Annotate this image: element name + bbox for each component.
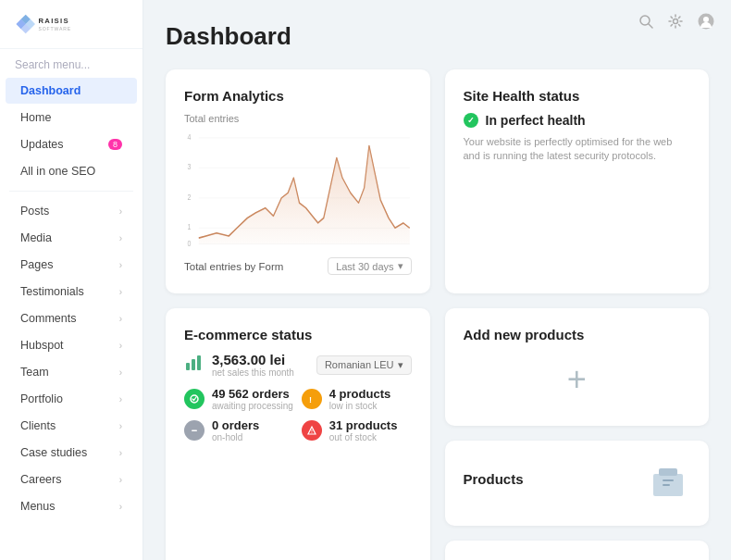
svg-text:RAISIS: RAISIS [38, 17, 68, 25]
svg-rect-29 [186, 363, 190, 370]
chevron-right-icon: › [119, 260, 122, 270]
chevron-right-icon: › [119, 502, 122, 512]
chevron-right-icon: › [119, 206, 122, 217]
sidebar-item-menus[interactable]: Menus › [6, 493, 137, 519]
sidebar-item-dashboard[interactable]: Dashboard [6, 78, 137, 104]
svg-line-7 [649, 24, 652, 28]
sidebar-item-seo[interactable]: All in one SEO [6, 158, 137, 184]
user-icon[interactable] [698, 13, 714, 33]
onhold-label: on-hold [212, 432, 259, 442]
chart-subtitle: Total entries [184, 113, 412, 124]
updates-badge: 8 [108, 139, 122, 150]
chevron-right-icon: › [119, 233, 122, 243]
svg-rect-37 [659, 468, 677, 476]
health-description: Your website is perfectly optimised for … [464, 135, 691, 164]
comments-card[interactable]: Comments [445, 541, 710, 560]
onhold-count: 0 orders [212, 418, 259, 432]
svg-rect-34 [192, 430, 197, 432]
sidebar-item-updates[interactable]: Updates 8 [6, 131, 137, 157]
sidebar-item-team[interactable]: Team › [6, 359, 137, 385]
low-stock-count: 4 products [329, 387, 390, 401]
svg-rect-38 [663, 479, 674, 481]
search-menu[interactable]: Search menu... [0, 49, 142, 77]
ecom-sales-info: 3,563.00 lei net sales this month [212, 352, 294, 378]
main-content: Dashboard Form Analytics Total entries 4… [143, 0, 731, 560]
products-card[interactable]: Products [445, 441, 710, 526]
sidebar-nav-top: Dashboard Home Updates 8 All in one SEO [0, 77, 142, 185]
sidebar-item-careers[interactable]: Careers › [6, 467, 137, 492]
sidebar-item-posts[interactable]: Posts › [6, 198, 137, 224]
sidebar-item-case-studies[interactable]: Case studies › [6, 440, 137, 466]
search-icon[interactable] [638, 14, 653, 32]
onhold-icon [184, 420, 204, 441]
sidebar-item-media[interactable]: Media › [6, 225, 137, 251]
svg-text:3: 3 [188, 163, 192, 172]
chevron-right-icon: › [119, 475, 122, 485]
chart-area: 4 3 2 1 0 [184, 128, 412, 248]
chevron-right-icon: › [119, 287, 122, 297]
logo-svg: RAISIS SOFTWARE [15, 13, 89, 35]
health-ok-icon [464, 113, 478, 128]
sidebar-item-portfolio[interactable]: Portfolio › [6, 386, 137, 412]
out-stock-label: out of stock [329, 432, 398, 442]
sidebar-item-pages[interactable]: Pages › [6, 252, 137, 278]
chevron-right-icon: › [119, 314, 122, 324]
svg-text:4: 4 [188, 132, 192, 142]
orders-icon [184, 389, 204, 409]
chart-footer: Total entries by Form Last 30 days ▾ [184, 257, 412, 275]
out-stock-count: 31 products [329, 418, 398, 432]
chevron-right-icon: › [119, 341, 122, 351]
ecom-sales-row: 3,563.00 lei net sales this month Romani… [184, 352, 412, 378]
out-stock-icon: ! [302, 420, 322, 441]
ecom-sales-amount: 3,563.00 lei [212, 352, 294, 367]
plus-icon[interactable]: + [567, 360, 587, 399]
orders-count: 49 562 orders [212, 387, 293, 401]
logo: RAISIS SOFTWARE [0, 0, 142, 49]
gear-icon[interactable] [668, 14, 683, 32]
products-icon [646, 459, 690, 507]
chevron-right-icon: › [119, 394, 122, 404]
sidebar-item-hubspot[interactable]: Hubspot › [6, 332, 137, 358]
svg-rect-31 [197, 355, 201, 370]
sidebar: RAISIS SOFTWARE Search menu... Dashboard… [0, 0, 143, 560]
header-icons [622, 0, 731, 46]
form-analytics-card: Form Analytics Total entries 4 3 2 1 0 [166, 69, 430, 293]
dashboard-grid: Form Analytics Total entries 4 3 2 1 0 [166, 69, 709, 560]
low-stock-icon: ! [302, 389, 322, 409]
chevron-down-icon: ▾ [398, 359, 403, 371]
sidebar-item-home[interactable]: Home [6, 105, 137, 131]
site-health-card: Site Health status In perfect health You… [445, 69, 710, 293]
stat-item-out-stock: ! 31 products out of stock [302, 418, 412, 442]
orders-label: awaiting processing [212, 401, 293, 411]
svg-text:SOFTWARE: SOFTWARE [38, 26, 71, 31]
svg-point-8 [674, 19, 678, 24]
sidebar-nav-main: Posts › Media › Pages › Testimonials › C… [0, 197, 142, 520]
form-analytics-title: Form Analytics [184, 88, 412, 104]
products-title: Products [464, 471, 524, 487]
stat-item-orders: 49 562 orders awaiting processing [184, 387, 294, 411]
add-products-plus-area[interactable]: + [464, 352, 691, 407]
ecommerce-title: E-commerce status [184, 327, 412, 342]
low-stock-label: low in stock [329, 401, 390, 411]
sidebar-item-testimonials[interactable]: Testimonials › [6, 279, 137, 305]
svg-text:2: 2 [188, 193, 192, 202]
currency-select[interactable]: Romanian LEU ▾ [316, 355, 412, 375]
sidebar-item-comments[interactable]: Comments › [6, 305, 137, 331]
stat-item-onhold: 0 orders on-hold [184, 418, 294, 442]
svg-text:!: ! [309, 395, 312, 404]
ecommerce-card: E-commerce status 3,563.00 lei net sales… [166, 308, 430, 560]
chart-period-select[interactable]: Last 30 days ▾ [328, 257, 411, 275]
chevron-right-icon: › [119, 421, 122, 431]
health-status-text: In perfect health [486, 113, 586, 128]
sidebar-item-clients[interactable]: Clients › [6, 413, 137, 439]
svg-text:!: ! [311, 429, 313, 434]
svg-rect-30 [192, 359, 195, 370]
chevron-down-icon: ▾ [398, 260, 403, 272]
sidebar-divider-1 [9, 191, 133, 192]
ecom-stats-grid: 49 562 orders awaiting processing ! 4 pr… [184, 387, 412, 442]
add-products-card: Add new products + [445, 308, 710, 426]
stat-item-low-stock: ! 4 products low in stock [302, 387, 412, 411]
site-health-title: Site Health status [464, 88, 691, 104]
bar-chart-icon [184, 354, 203, 376]
svg-text:0: 0 [188, 239, 192, 248]
